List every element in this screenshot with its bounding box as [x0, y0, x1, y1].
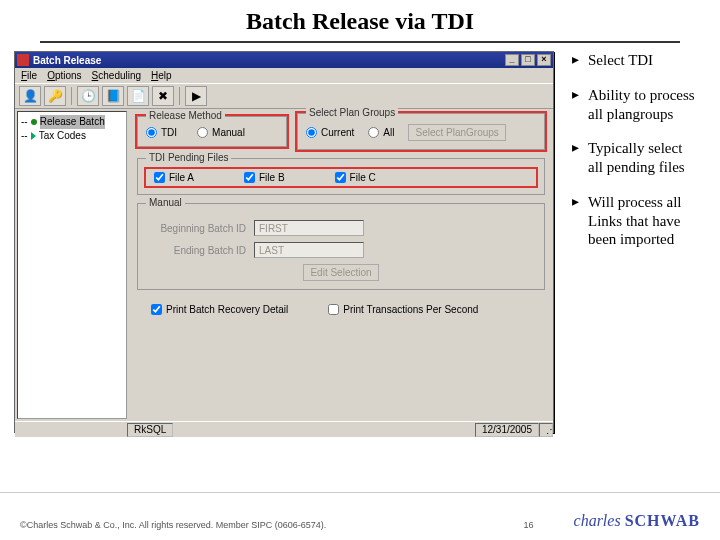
radio-manual-input[interactable] — [197, 127, 208, 138]
tree-label: Release Batch — [40, 115, 105, 129]
radio-manual[interactable]: Manual — [197, 127, 245, 138]
check-label: File B — [259, 172, 285, 183]
bullet-item: Ability to process all plangroups — [572, 86, 700, 124]
menu-options[interactable]: Options — [47, 70, 81, 81]
radio-current[interactable]: Current — [306, 127, 354, 138]
main-pane: Release Method TDI Manual — [129, 109, 553, 421]
bullet-item: Select TDI — [572, 51, 700, 70]
check-print-detail[interactable]: Print Batch Recovery Detail — [151, 304, 288, 315]
select-plangroups-button: Select PlanGroups — [408, 124, 505, 141]
toolbar-personal-icon[interactable]: 👤 — [19, 86, 41, 106]
group-manual: Manual Beginning Batch ID FIRST Ending B… — [137, 203, 545, 290]
bullet-item: Typically select all pending files — [572, 139, 700, 177]
app-icon — [17, 54, 29, 66]
begin-batch-label: Beginning Batch ID — [146, 223, 246, 234]
check-file-a-input[interactable] — [154, 172, 165, 183]
toolbar-cross-icon[interactable]: ✖ — [152, 86, 174, 106]
brand-part-a: charles — [574, 512, 621, 529]
tree-node-tax-codes[interactable]: -- Tax Codes — [21, 129, 123, 143]
menubar: File Options Scheduling Help — [15, 68, 553, 83]
radio-all[interactable]: All — [368, 127, 394, 138]
group-legend: Release Method — [146, 110, 225, 121]
group-legend: Manual — [146, 197, 185, 208]
end-batch-field: LAST — [254, 242, 364, 258]
toolbar-run-icon[interactable]: ▶ — [185, 86, 207, 106]
radio-all-input[interactable] — [368, 127, 379, 138]
begin-batch-field: FIRST — [254, 220, 364, 236]
radio-tdi-input[interactable] — [146, 127, 157, 138]
nav-tree[interactable]: -- Release Batch -- Tax Codes — [17, 111, 127, 419]
bullet-item: Will process all Links that have been im… — [572, 193, 700, 249]
titlebar: Batch Release _ □ × — [15, 52, 553, 68]
status-host: RkSQL — [127, 423, 173, 437]
node-caret-icon — [31, 132, 36, 140]
window-title: Batch Release — [33, 55, 101, 66]
toolbar-key-icon[interactable]: 🔑 — [44, 86, 66, 106]
check-print-detail-input[interactable] — [151, 304, 162, 315]
brand-part-b: SCHWAB — [625, 512, 700, 529]
radio-label: TDI — [161, 127, 177, 138]
menu-scheduling[interactable]: Scheduling — [92, 70, 141, 81]
resize-grip-icon[interactable]: ⋰ — [539, 423, 553, 437]
check-print-tps[interactable]: Print Transactions Per Second — [328, 304, 478, 315]
radio-tdi[interactable]: TDI — [146, 127, 177, 138]
radio-label: All — [383, 127, 394, 138]
check-file-c[interactable]: File C — [335, 172, 376, 183]
end-batch-label: Ending Batch ID — [146, 245, 246, 256]
menu-help[interactable]: Help — [151, 70, 172, 81]
dash-icon: -- — [21, 115, 28, 129]
app-window: Batch Release _ □ × File Options Schedul… — [14, 51, 554, 433]
check-print-tps-input[interactable] — [328, 304, 339, 315]
radio-label: Manual — [212, 127, 245, 138]
toolbar-separator — [179, 87, 180, 105]
slide-footer: ©Charles Schwab & Co., Inc. All rights r… — [0, 492, 720, 540]
group-release-method: Release Method TDI Manual — [137, 116, 287, 147]
close-button[interactable]: × — [537, 54, 551, 66]
dash-icon: -- — [21, 129, 28, 143]
brand-logo: charles SCHWAB — [574, 512, 700, 530]
slide-bullets: Select TDI Ability to process all plangr… — [556, 51, 706, 433]
group-plan-groups: Select Plan Groups Current All — [297, 113, 545, 150]
group-legend: Select Plan Groups — [306, 107, 398, 118]
maximize-button[interactable]: □ — [521, 54, 535, 66]
check-file-a[interactable]: File A — [154, 172, 194, 183]
check-file-c-input[interactable] — [335, 172, 346, 183]
tree-label: Tax Codes — [39, 129, 86, 143]
radio-label: Current — [321, 127, 354, 138]
slide-title: Batch Release via TDI — [0, 0, 720, 39]
page-number: 16 — [524, 520, 534, 530]
toolbar: 👤 🔑 🕒 📘 📄 ✖ ▶ — [15, 83, 553, 109]
copyright-text: ©Charles Schwab & Co., Inc. All rights r… — [20, 520, 484, 530]
title-divider — [40, 41, 680, 43]
check-file-b-input[interactable] — [244, 172, 255, 183]
edit-selection-button: Edit Selection — [303, 264, 378, 281]
minimize-button[interactable]: _ — [505, 54, 519, 66]
check-label: Print Transactions Per Second — [343, 304, 478, 315]
check-label: File C — [350, 172, 376, 183]
toolbar-doc-icon[interactable]: 📄 — [127, 86, 149, 106]
group-pending-files: TDI Pending Files File A File B — [137, 158, 545, 195]
statusbar: RkSQL 12/31/2005 ⋰ — [15, 421, 553, 437]
toolbar-clock-icon[interactable]: 🕒 — [77, 86, 99, 106]
group-legend: TDI Pending Files — [146, 152, 231, 163]
check-file-b[interactable]: File B — [244, 172, 285, 183]
status-date: 12/31/2005 — [475, 423, 539, 437]
node-dot-icon — [31, 119, 37, 125]
toolbar-book-icon[interactable]: 📘 — [102, 86, 124, 106]
menu-file[interactable]: File — [21, 70, 37, 81]
toolbar-separator — [71, 87, 72, 105]
check-label: Print Batch Recovery Detail — [166, 304, 288, 315]
radio-current-input[interactable] — [306, 127, 317, 138]
check-label: File A — [169, 172, 194, 183]
tree-node-release-batch[interactable]: -- Release Batch — [21, 115, 123, 129]
